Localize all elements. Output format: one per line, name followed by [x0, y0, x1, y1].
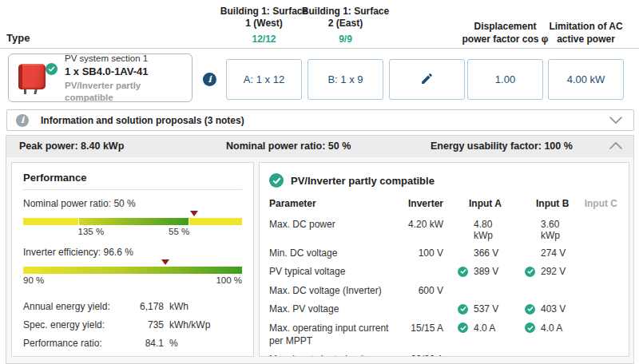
performance-panel: Performance Nominal power ratio: 50 % 13…: [11, 162, 254, 357]
check-icon: [525, 304, 535, 315]
inverter-column-header: Inverter: [395, 198, 445, 209]
information-proposals-row[interactable]: i Information and solution proposals (3 …: [6, 109, 634, 131]
table-row: PV typical voltage389 V292 V: [269, 263, 619, 282]
cell-value: 292 V: [541, 266, 566, 277]
column-title: Limitation of ACactive power: [536, 21, 636, 46]
inverter-model: 1 x SB4.0-1AV-41: [65, 65, 185, 78]
inverter-efficiency-gauge: [23, 267, 242, 274]
performance-title: Performance: [23, 172, 242, 190]
stat-unit: kWh: [169, 301, 189, 312]
input-a-column-header: Input A: [445, 198, 512, 209]
input-cell: 4.0 A: [512, 322, 579, 334]
pencil-icon: [420, 72, 434, 88]
nominal-power-ratio-gauge: [23, 218, 242, 225]
table-row: Min. DC voltage100 V366 V274 V: [269, 244, 619, 263]
input-cell: 403 V: [512, 303, 579, 315]
inverter-value: 600 V: [395, 285, 445, 296]
ac-limit-button[interactable]: 4.00 kW: [548, 59, 624, 100]
input-a-config-button[interactable]: A: 1 x 12: [226, 59, 302, 100]
inverter-value: 15/15 A: [395, 322, 445, 334]
parameter-name: Max. DC voltage (Inverter): [269, 285, 395, 298]
inverter-value: 20/20 A: [395, 354, 445, 357]
nominal-power-ratio-value: Nominal power ratio: 50 %: [226, 140, 351, 152]
check-icon: [269, 173, 284, 188]
cell-value: 537 V: [474, 303, 498, 315]
gauge-marker-icon: [190, 211, 198, 216]
table-row: Max. PV voltage537 V403 V: [269, 300, 619, 319]
information-label: Information and solution proposals (3 no…: [41, 115, 244, 126]
cell-value: 4.80 kWp: [474, 219, 512, 241]
column-title: Building 1: Surface2 (East): [297, 6, 394, 30]
table-row: Max. operating input current per MPPT15/…: [269, 319, 619, 350]
parameter-name: Max. PV voltage: [269, 303, 395, 316]
input-cell: 4.0 A: [445, 322, 512, 334]
stat-value: 6,178: [23, 301, 164, 312]
column-surface2-header: Building 1: Surface2 (East) 9/9: [297, 6, 394, 46]
input-c-column-header: Input C: [579, 198, 619, 209]
table-header-row: Parameter Inverter Input A Input B Input…: [269, 196, 619, 216]
pv-system-section-card[interactable]: PV system section 1 1 x SB4.0-1AV-41 PV/…: [8, 53, 192, 102]
inverter-value: 100 V: [395, 247, 445, 259]
cell-value: 403 V: [541, 303, 566, 315]
stat-value: 735: [23, 319, 164, 330]
stat-row: Performance ratio:84.1%: [23, 334, 242, 352]
check-icon: [458, 304, 468, 315]
check-icon: [525, 267, 535, 277]
parameter-name: Max. input short-circuit current per MPP…: [269, 354, 395, 357]
inverter-value: 4.20 kW: [395, 219, 445, 230]
type-column-header: Type: [6, 32, 30, 44]
parameter-name: PV typical voltage: [269, 266, 395, 279]
cell-value: 4.0 A: [474, 322, 495, 334]
gauge-marker-icon: [161, 259, 169, 265]
check-icon: [458, 267, 468, 277]
info-icon[interactable]: i: [203, 73, 216, 86]
stat-row: Spec. energy yield:735kWh/kWp: [23, 315, 242, 334]
energy-usability-value: Energy usability factor: 100 %: [431, 140, 573, 152]
cell-value: 4.0 A: [541, 322, 562, 334]
input-b-config-button[interactable]: B: 1 x 9: [308, 59, 383, 100]
input-cell: 389 V: [445, 266, 512, 277]
nominal-power-ratio-label: Nominal power ratio: 50 %: [23, 198, 242, 209]
input-cell: 366 V: [445, 247, 512, 259]
compatibility-header: PV/Inverter partly compatible: [269, 173, 619, 188]
input-cell: 292 V: [512, 266, 579, 277]
cos-phi-button[interactable]: 1.00: [467, 59, 543, 100]
performance-stats: Annual energy yield:6,178kWhSpec. energy…: [23, 297, 242, 357]
cell-value: 274 V: [541, 247, 566, 259]
parameter-name: Max. operating input current per MPPT: [269, 322, 395, 347]
parameter-name: Min. DC voltage: [269, 247, 395, 260]
info-icon: i: [16, 114, 29, 127]
table-row: Max. input short-circuit current per MPP…: [269, 350, 619, 357]
chevron-up-icon[interactable]: [609, 140, 622, 152]
summary-bar[interactable]: Peak power: 8.40 kWp Nominal power ratio…: [6, 136, 633, 157]
compatibility-title: PV/Inverter partly compatible: [291, 175, 435, 187]
cell-value: 366 V: [474, 247, 498, 259]
stat-unit: h: [169, 356, 175, 358]
inverter-image: [18, 62, 47, 94]
stat-value: 84.1: [23, 338, 164, 349]
inverter-efficiency-label: Inverter efficiency: 96.6 %: [23, 247, 242, 258]
stat-row: Annual energy yield:6,178kWh: [23, 297, 242, 315]
input-cell: 4.80 kWp: [445, 219, 512, 241]
table-header-bar: Type Building 1: Surface1 (West) 12/12 B…: [0, 0, 639, 49]
edit-button[interactable]: [389, 59, 465, 100]
parameter-name: Max. DC power: [269, 219, 395, 231]
stat-unit: %: [169, 338, 178, 349]
module-count-value: 9/9: [297, 34, 394, 46]
stat-row: Full load hours:1544.4h: [23, 352, 242, 357]
column-ac-limit-header: Limitation of ACactive power: [536, 21, 636, 46]
check-icon: [46, 63, 58, 75]
gauge-ticks: 135 % 55 %: [23, 227, 242, 239]
check-icon: [525, 322, 535, 333]
compatibility-status: PV/Inverter partly compatible: [65, 80, 185, 103]
table-row: Max. DC power4.20 kW4.80 kWp3.60 kWp: [269, 216, 619, 244]
cell-value: 389 V: [474, 266, 498, 277]
section-title: PV system section 1: [65, 53, 185, 64]
table-row: Max. DC voltage (Inverter)600 V: [269, 282, 619, 301]
compatibility-panel: PV/Inverter partly compatible Parameter …: [259, 162, 629, 357]
results-accordion: Peak power: 8.40 kWp Nominal power ratio…: [6, 135, 634, 364]
pv-design-screen: Type Building 1: Surface1 (West) 12/12 B…: [0, 0, 639, 364]
input-cell: 3.60 kWp: [512, 219, 579, 241]
parameter-table: Max. DC power4.20 kW4.80 kWp3.60 kWpMin.…: [269, 216, 619, 357]
chevron-down-icon[interactable]: [609, 117, 622, 125]
